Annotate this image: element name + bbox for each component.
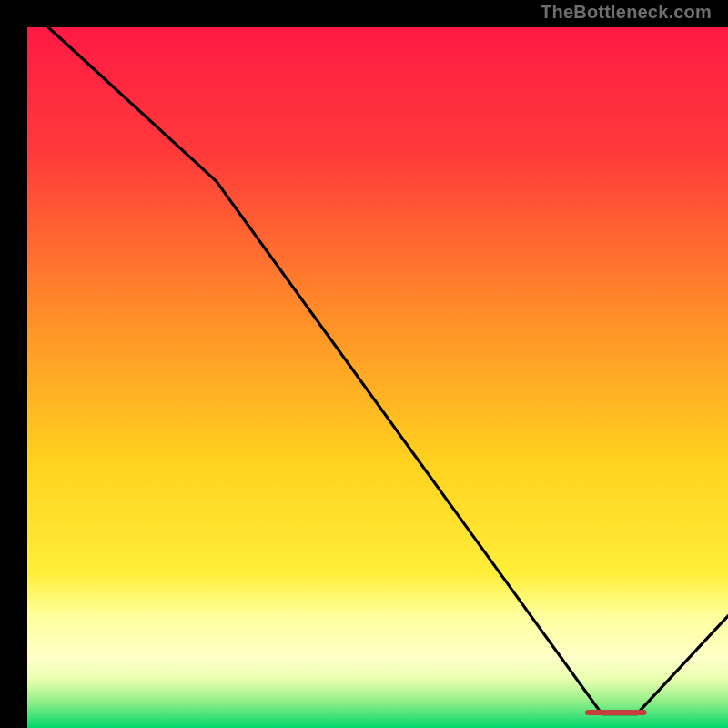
chart-canvas [27, 27, 728, 728]
gradient-background [27, 27, 728, 728]
chart-frame [14, 14, 714, 714]
watermark-label: TheBottleneck.com [541, 2, 712, 23]
